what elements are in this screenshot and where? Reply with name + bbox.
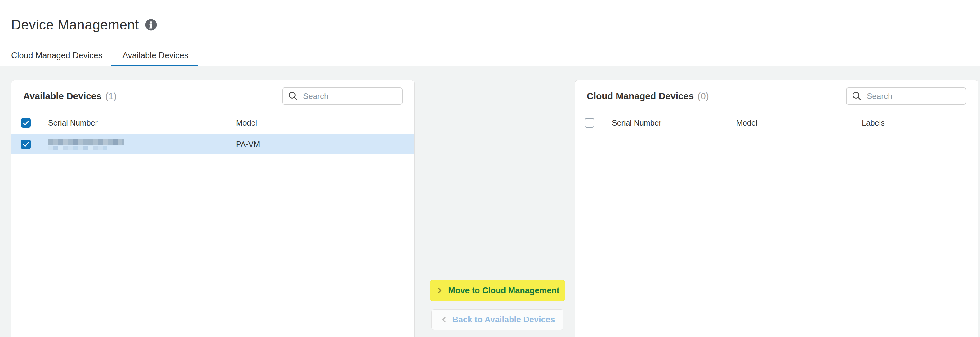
device-management-page: Device Management Cloud Managed Devices … — [0, 0, 980, 337]
cloud-select-all-checkbox[interactable] — [585, 118, 594, 128]
back-to-available-devices-button[interactable]: Back to Available Devices — [431, 309, 563, 330]
cloud-search-input[interactable] — [867, 91, 961, 101]
chevron-left-icon — [440, 316, 448, 324]
cloud-table-header: Serial Number Model Labels — [575, 112, 978, 134]
available-panel-header: Available Devices (1) — [11, 80, 414, 112]
cloud-panel-header: Cloud Managed Devices (0) — [575, 80, 978, 112]
cloud-panel-count: (0) — [697, 91, 709, 102]
available-devices-panel: Available Devices (1) — [11, 80, 415, 337]
available-search-input[interactable] — [303, 91, 397, 101]
available-panel-title: Available Devices — [23, 91, 102, 102]
chevron-right-icon — [436, 286, 444, 294]
cloud-column-model: Model — [728, 112, 854, 134]
cloud-column-serial-number: Serial Number — [604, 112, 728, 134]
cloud-search-box — [846, 87, 966, 105]
row-checkbox[interactable] — [21, 140, 31, 149]
row-serial-number-cell — [40, 134, 228, 154]
available-table-header: Serial Number Model — [11, 112, 414, 134]
back-button-label: Back to Available Devices — [452, 315, 555, 324]
page-title: Device Management — [11, 17, 139, 32]
search-icon — [852, 91, 862, 102]
available-search-box — [282, 87, 402, 105]
search-icon — [288, 91, 298, 102]
row-model-cell: PA-VM — [228, 134, 414, 154]
tab-available-devices[interactable]: Available Devices — [123, 51, 189, 60]
available-select-all-cell — [11, 112, 40, 134]
available-column-model: Model — [228, 112, 414, 134]
move-button-label: Move to Cloud Management — [448, 286, 560, 296]
content-area: Available Devices (1) — [0, 66, 980, 337]
checkbox-check-icon — [22, 119, 30, 127]
cloud-panel-title: Cloud Managed Devices — [587, 91, 694, 102]
move-to-cloud-management-button[interactable]: Move to Cloud Management — [430, 280, 565, 301]
cloud-column-labels: Labels — [854, 112, 978, 134]
info-icon[interactable] — [145, 19, 157, 31]
checkbox-check-icon — [22, 140, 30, 148]
available-device-row[interactable]: PA-VM — [11, 134, 414, 154]
available-panel-count: (1) — [105, 91, 117, 102]
cloud-managed-devices-panel: Cloud Managed Devices (0) Serial Number … — [575, 80, 978, 337]
row-checkbox-cell — [11, 134, 40, 154]
available-select-all-checkbox[interactable] — [21, 118, 31, 128]
tab-cloud-managed-devices[interactable]: Cloud Managed Devices — [11, 51, 102, 60]
available-column-serial-number: Serial Number — [40, 112, 228, 134]
redacted-serial-number — [48, 138, 124, 150]
page-header: Device Management — [11, 17, 157, 32]
cloud-select-all-cell — [575, 112, 604, 134]
